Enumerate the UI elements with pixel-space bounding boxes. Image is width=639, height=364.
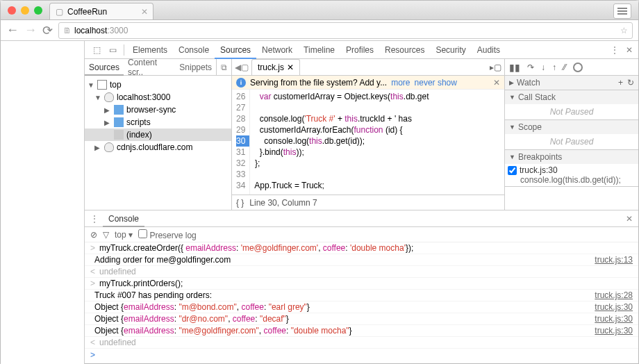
tab-sources[interactable]: Sources bbox=[215, 41, 256, 59]
page-content bbox=[1, 41, 84, 364]
filter-icon[interactable]: ▽ bbox=[103, 230, 109, 240]
context-select[interactable]: top ▾ bbox=[115, 230, 133, 240]
editor-tab-truck[interactable]: truck.js✕ bbox=[251, 59, 300, 75]
drawer-close-icon[interactable]: ✕ bbox=[626, 214, 633, 224]
console-prompt[interactable]: > bbox=[85, 349, 638, 361]
browser-menu-button[interactable] bbox=[613, 3, 631, 19]
breakpoints-section-header[interactable]: ▼Breakpoints bbox=[505, 150, 638, 164]
step-over-button[interactable]: ↷ bbox=[527, 63, 534, 72]
file-tree: ▼top ▼localhost:3000 ▶browser-sync ▶scri… bbox=[85, 76, 231, 156]
info-close-icon[interactable]: ✕ bbox=[493, 78, 500, 88]
breakpoint-item[interactable]: truck.js:30 console.log(this.db.get(id))… bbox=[505, 164, 638, 186]
tree-browser-sync[interactable]: ▶browser-sync bbox=[85, 104, 231, 116]
clear-console-icon[interactable]: ⊘ bbox=[90, 230, 97, 240]
close-file-icon[interactable]: ✕ bbox=[287, 63, 294, 72]
tree-host[interactable]: ▼localhost:3000 bbox=[85, 91, 231, 104]
browser-tab[interactable]: ▢ CoffeeRun ✕ bbox=[49, 3, 153, 19]
cursor-position: Line 30, Column 7 bbox=[249, 198, 317, 208]
watch-section-header[interactable]: ▶Watch+↻ bbox=[505, 76, 638, 90]
refresh-watch-icon[interactable]: ↻ bbox=[627, 78, 634, 88]
tree-scripts[interactable]: ▶scripts bbox=[85, 116, 231, 129]
tab-resources[interactable]: Resources bbox=[379, 41, 430, 59]
callstack-empty: Not Paused bbox=[505, 104, 638, 119]
pause-exceptions-button[interactable] bbox=[573, 63, 583, 72]
window-titlebar: ▢ CoffeeRun ✕ bbox=[1, 1, 638, 20]
site-info-icon[interactable]: 🗎 bbox=[63, 26, 72, 35]
tree-index[interactable]: (index) bbox=[85, 129, 231, 141]
devtools-tabs: ⬚ ▭ Elements Console Sources Network Tim… bbox=[85, 41, 638, 59]
info-icon: i bbox=[236, 78, 246, 88]
preserve-log-checkbox[interactable] bbox=[138, 229, 147, 238]
info-never-link[interactable]: never show bbox=[415, 78, 457, 88]
preserve-log-label[interactable]: Preserve log bbox=[138, 229, 197, 240]
tab-audits[interactable]: Audits bbox=[472, 41, 506, 59]
reload-button[interactable]: ⟳ bbox=[42, 23, 53, 38]
back-button[interactable]: ← bbox=[6, 23, 19, 38]
minimize-window-button[interactable] bbox=[21, 6, 29, 15]
contentscripts-subtab[interactable]: Content scr.. bbox=[124, 59, 175, 76]
info-more-link[interactable]: more bbox=[391, 78, 410, 88]
console-source-link[interactable]: truck.js:30 bbox=[595, 314, 633, 324]
code-editor[interactable]: 262728293031323334 var customerIdArray =… bbox=[232, 90, 504, 195]
tree-cdn[interactable]: ▶cdnjs.cloudflare.com bbox=[85, 141, 231, 154]
close-window-button[interactable] bbox=[8, 6, 16, 15]
tab-elements[interactable]: Elements bbox=[127, 41, 173, 59]
tab-console[interactable]: Console bbox=[173, 41, 215, 59]
url-host: localhost:3000 bbox=[74, 26, 128, 35]
address-bar[interactable]: 🗎 localhost:3000 ☆ bbox=[58, 22, 633, 39]
workspace-hint: i Serving from the file system? Add y...… bbox=[232, 76, 504, 90]
scope-empty: Not Paused bbox=[505, 134, 638, 149]
breakpoint-checkbox[interactable] bbox=[508, 166, 517, 175]
dock-side-icon[interactable]: ⧉ bbox=[216, 59, 231, 75]
inspect-icon[interactable]: ⬚ bbox=[89, 45, 105, 55]
add-watch-icon[interactable]: + bbox=[618, 78, 623, 88]
run-snippet-icon[interactable]: ▸▢ bbox=[490, 63, 501, 72]
console-source-link[interactable]: truck.js:13 bbox=[595, 255, 633, 265]
tab-timeline[interactable]: Timeline bbox=[298, 41, 340, 59]
tab-profiles[interactable]: Profiles bbox=[340, 41, 379, 59]
braces-icon[interactable]: { } bbox=[236, 198, 244, 208]
console-source-link[interactable]: truck.js:28 bbox=[595, 290, 633, 300]
drawer-menu-icon[interactable]: ⋮ bbox=[90, 214, 99, 224]
deactivate-bp-button[interactable]: ⁄⁄ bbox=[563, 63, 566, 72]
step-into-button[interactable]: ↓ bbox=[541, 63, 545, 72]
close-tab-icon[interactable]: ✕ bbox=[141, 8, 147, 15]
step-out-button[interactable]: ↑ bbox=[552, 63, 556, 72]
zoom-window-button[interactable] bbox=[34, 6, 42, 15]
forward-button[interactable]: → bbox=[24, 23, 37, 38]
more-icon[interactable]: ⋮ bbox=[611, 45, 619, 55]
tree-top[interactable]: ▼top bbox=[85, 78, 231, 91]
snippets-subtab[interactable]: Snippets bbox=[175, 59, 216, 76]
scope-section-header[interactable]: ▼Scope bbox=[505, 120, 638, 134]
sources-subtab[interactable]: Sources bbox=[85, 59, 124, 76]
close-devtools-icon[interactable]: ✕ bbox=[626, 45, 633, 55]
file-nav-icon[interactable]: ◀▢ bbox=[235, 63, 249, 72]
page-icon: ▢ bbox=[56, 7, 63, 17]
drawer-console-tab[interactable]: Console bbox=[103, 210, 144, 227]
pause-button[interactable]: ▮▮ bbox=[509, 62, 520, 73]
callstack-section-header[interactable]: ▼Call Stack bbox=[505, 90, 638, 104]
bookmark-star-icon[interactable]: ☆ bbox=[620, 26, 628, 35]
device-mode-icon[interactable]: ▭ bbox=[105, 45, 121, 55]
console-source-link[interactable]: truck.js:30 bbox=[595, 302, 633, 312]
console-source-link[interactable]: truck.js:30 bbox=[595, 326, 633, 336]
tab-network[interactable]: Network bbox=[256, 41, 298, 59]
console-output[interactable]: >myTruck.createOrder({ emailAddress: 'me… bbox=[85, 242, 638, 364]
tab-title: CoffeeRun bbox=[67, 7, 107, 17]
tab-security[interactable]: Security bbox=[430, 41, 471, 59]
